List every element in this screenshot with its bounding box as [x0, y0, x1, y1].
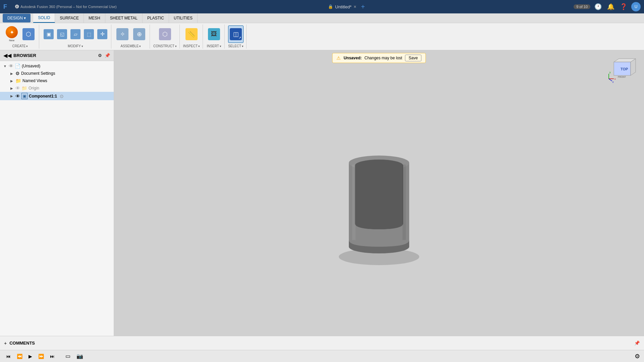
assemble-joint2-btn[interactable]: ⊕	[131, 25, 147, 43]
folder-icon-named-views: 📁	[15, 78, 21, 83]
svg-line-13	[609, 79, 612, 81]
insert-label: INSERT▾	[207, 44, 221, 49]
design-dropdown-btn[interactable]: DESIGN ▾	[3, 14, 31, 22]
tree-item-doc-settings[interactable]: ▶ ⚙ Document Settings	[0, 70, 114, 77]
tree-item-origin[interactable]: ▶ 👁 📁 Origin	[0, 84, 114, 92]
construct-plane-btn[interactable]: ⬡	[157, 25, 173, 43]
browser-settings-btn[interactable]: ⚙	[98, 53, 102, 58]
modify-press-pull-btn[interactable]: ▣	[43, 28, 55, 40]
nav-file-btn[interactable]: 🅐 Autodesk Fusion 360 (Personal – Not fo…	[12, 3, 119, 10]
main-area: ◀◀ BROWSER ⚙ 📌 ▼ 👁 📄 (Unsaved)	[0, 50, 644, 336]
insert-items: 🖼	[206, 24, 222, 44]
browser-header: ◀◀ BROWSER ⚙ 📌	[0, 50, 114, 61]
play-btn[interactable]: ▶	[26, 353, 34, 360]
modify-items: ▣ ◱ ▱ ⬚ ✛	[43, 24, 108, 44]
unsaved-banner: ⚠ Unsaved: Changes may be lost Save	[332, 53, 426, 63]
nav-clock-btn[interactable]: 🕐	[593, 2, 603, 12]
app-logo: F	[3, 3, 7, 10]
eye-icon-origin[interactable]: 👁	[15, 85, 20, 91]
assemble-joint-btn[interactable]: ✧	[115, 25, 130, 43]
browser-header-left: ◀◀ BROWSER	[3, 52, 36, 59]
tab-plastic[interactable]: PLASTIC	[143, 13, 169, 23]
unsaved-message: Changes may be lost	[364, 56, 402, 60]
skip-forward-btn[interactable]: ⏭	[48, 353, 57, 360]
select-items: ◫ ↗	[228, 24, 244, 44]
tab-utilities[interactable]: UTILITIES	[169, 13, 198, 23]
nav-help-btn[interactable]: ❓	[619, 2, 629, 12]
tree-item-named-views-content: ▶ 📁 Named Views	[3, 78, 47, 83]
svg-text:x: x	[614, 78, 616, 80]
file-icon-root: 📄	[15, 63, 20, 69]
construct-label: CONSTRUCT▾	[153, 44, 177, 49]
close-tab-btn[interactable]: ×	[354, 4, 356, 9]
modify-chamfer-btn[interactable]: ▱	[69, 28, 82, 40]
select-tool-btn[interactable]: ◫ ↗	[228, 25, 244, 43]
tree-arrow-root[interactable]: ▼	[3, 64, 7, 68]
tree-item-root[interactable]: ▼ 👁 📄 (Unsaved)	[0, 62, 114, 70]
status-tools: ▭ 📷	[63, 352, 85, 360]
tree-item-component1[interactable]: ▶ 👁 ▣ Component1:1 ⊙	[0, 92, 114, 100]
tab-surface[interactable]: SURFACE	[55, 13, 84, 23]
eye-icon-root[interactable]: 👁	[9, 63, 13, 69]
animation-tool-btn[interactable]: ▭	[63, 352, 72, 360]
status-gear-btn[interactable]: ⚙	[635, 353, 640, 360]
create-new-body-btn[interactable]: ✦ New	[4, 25, 19, 43]
group-create: ✦ New ⬡ CREATE▾	[1, 24, 39, 49]
step-forward-btn[interactable]: ⏩	[36, 353, 46, 360]
tree-arrow-origin[interactable]: ▶	[9, 86, 14, 90]
inspect-measure-btn[interactable]: 📏	[184, 25, 199, 43]
tab-sheet-metal[interactable]: SHEET METAL	[105, 13, 143, 23]
tree-item-named-views[interactable]: ▶ 📁 Named Views	[0, 77, 114, 84]
nav-bell-btn[interactable]: 🔔	[606, 2, 616, 12]
tree-arrow-doc[interactable]: ▶	[9, 72, 14, 75]
tree-arrow-named-views[interactable]: ▶	[9, 79, 14, 83]
comments-add-btn[interactable]: +	[4, 341, 7, 346]
assemble-items: ✧ ⊕	[115, 24, 147, 44]
modify-label: MODIFY▾	[68, 44, 83, 49]
create-label: CREATE▾	[12, 44, 28, 49]
select-label: SELECT▾	[228, 44, 244, 49]
modify-shell-btn[interactable]: ⬚	[83, 28, 95, 40]
view-cube[interactable]: TOP x y z FRONT	[607, 57, 637, 84]
save-button[interactable]: Save	[405, 55, 421, 61]
create-items: ✦ New ⬡	[4, 24, 36, 44]
step-back-btn[interactable]: ⏪	[15, 353, 24, 360]
group-insert: 🖼 INSERT▾	[204, 24, 225, 49]
ribbon-tabs: SOLID SURFACE MESH SHEET METAL PLASTIC U…	[33, 13, 644, 23]
group-select: ◫ ↗ SELECT▾	[225, 24, 247, 49]
tree-label-doc-settings: Document Settings	[21, 71, 55, 76]
comp-target-icon[interactable]: ⊙	[60, 94, 64, 99]
tab-solid[interactable]: SOLID	[33, 13, 55, 23]
skip-back-btn[interactable]: ⏮	[4, 353, 13, 360]
tab-mesh[interactable]: MESH	[84, 13, 105, 23]
status-right: ⚙	[635, 353, 640, 360]
viewport[interactable]: ⚠ Unsaved: Changes may be lost Save	[114, 50, 644, 336]
inspect-items: 📏	[184, 24, 199, 44]
create-extrude-btn[interactable]: ⬡	[21, 25, 36, 43]
user-avatar[interactable]: U	[631, 2, 641, 11]
nav-right: 9 of 10 🕐 🔔 ❓ U	[574, 2, 641, 12]
browser-pin-btn[interactable]: 📌	[105, 53, 110, 58]
camera-tool-btn[interactable]: 📷	[74, 352, 85, 360]
tree-item-comp1-content: ▶ 👁 ▣ Component1:1 ⊙	[3, 93, 64, 99]
eye-icon-comp1[interactable]: 👁	[15, 94, 20, 99]
folder-icon-origin: 📁	[21, 85, 27, 91]
comments-pin-btn[interactable]: 📌	[634, 341, 640, 346]
ribbon-content: ✦ New ⬡ CREATE▾ ▣ ◱	[0, 23, 644, 50]
insert-image-btn[interactable]: 🖼	[206, 25, 222, 43]
modify-fillet-btn[interactable]: ◱	[56, 28, 68, 40]
inspect-label: INSPECT▾	[183, 44, 200, 49]
group-inspect: 📏 INSPECT▾	[180, 24, 203, 49]
model-container	[114, 50, 644, 336]
view-cube-svg: TOP x y z FRONT	[607, 57, 637, 84]
warning-icon: ⚠	[336, 55, 341, 61]
group-assemble: ✧ ⊕ ASSEMBLE▾	[112, 24, 150, 49]
tree-arrow-comp1[interactable]: ▶	[9, 94, 14, 98]
modify-move-btn[interactable]: ✛	[96, 28, 108, 40]
settings-icon: ⚙	[15, 71, 20, 76]
nav-counter: 9 of 10	[574, 4, 590, 9]
model-svg	[315, 116, 443, 270]
add-tab-btn[interactable]: +	[361, 3, 365, 11]
tree-item-origin-content: ▶ 👁 📁 Origin	[3, 85, 39, 91]
browser-collapse-btn[interactable]: ◀◀	[3, 52, 11, 59]
